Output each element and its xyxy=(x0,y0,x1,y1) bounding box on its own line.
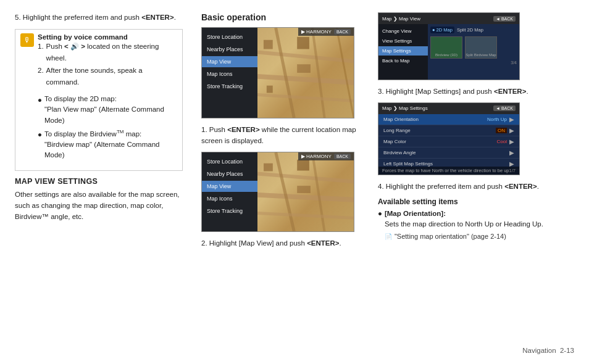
basic-op-title: Basic operation xyxy=(201,12,366,22)
view-settings: View Settings xyxy=(378,36,428,46)
menu-store-tracking: Store Tracking xyxy=(202,81,257,92)
map-settings-active: Map Settings xyxy=(378,46,428,56)
split-birdview-thumb: Split Birdview Map xyxy=(465,36,497,59)
svg-line-3 xyxy=(312,28,325,118)
svg-line-10 xyxy=(257,173,354,181)
footer: Navigation 2-13 xyxy=(522,347,574,354)
nav-menu-2: Store Location Nearby Places Map View Ma… xyxy=(202,152,257,231)
voice-bullets: ● To display the 2D map:"Plan View map" … xyxy=(38,94,177,160)
step-4-enter: <ENTER> xyxy=(504,183,537,190)
bullet-2: ● To display the BirdviewTM map:"Birdvie… xyxy=(38,128,177,161)
back-button-2[interactable]: BACK xyxy=(334,154,351,159)
avail-item-detail: Sets the map direction to North Up or He… xyxy=(385,220,543,228)
svg-line-12 xyxy=(276,152,294,231)
menu-nearby-places-2: Nearby Places xyxy=(202,168,257,180)
settings-row-long-range: Long Range ON ▶ xyxy=(378,125,519,136)
menu-map-icons-2: Map Icons xyxy=(202,193,257,204)
thumbnail-row: Birdview (3D) Split Birdview Map xyxy=(430,36,517,59)
right-content-1: Change View View Settings Map Settings B… xyxy=(378,24,519,80)
step-3-enter: <ENTER> xyxy=(494,88,526,95)
change-view: Change View xyxy=(378,27,428,36)
svg-rect-16 xyxy=(297,159,309,170)
step-2-text: 2. Highlight [Map View] and push <ENTER>… xyxy=(201,238,366,249)
svg-line-5 xyxy=(336,28,354,118)
nav-menu-1: Store Location Nearby Places Map View Ma… xyxy=(202,28,257,118)
right-top-bar-1: Map ❯ Map View ◄ BACK xyxy=(378,13,519,24)
right-back-1[interactable]: ◄ BACK xyxy=(493,16,516,22)
nav-map-2: ▶ HARMONY BACK xyxy=(257,152,354,231)
map-view-body: Other settings are also available for th… xyxy=(15,189,183,222)
svg-line-4 xyxy=(257,95,354,101)
avail-item-1: ● [Map Orientation]: Sets the map direct… xyxy=(378,209,574,242)
menu-store-tracking-2: Store Tracking xyxy=(202,205,257,217)
nav-back-bar-2: ▶ HARMONY BACK xyxy=(298,152,354,160)
ref-link: 📄 "Setting map orientation" (page 2-14) xyxy=(385,231,543,242)
menu-store-location-2: Store Location xyxy=(202,156,257,167)
ref-text: "Setting map orientation" (page 2-14) xyxy=(395,231,506,242)
menu-store-location: Store Location xyxy=(202,31,257,43)
svg-line-2 xyxy=(276,28,294,118)
right-title-1: Map ❯ Map View xyxy=(382,16,420,22)
step-2-enter: <ENTER> xyxy=(307,239,339,247)
step-4-text: 4. Highlight the preferred item and push… xyxy=(378,181,574,192)
settings-row-map-color: Map Color Cool ▶ xyxy=(378,136,519,147)
right-top-bar-2: Map ❯ Map Settings ◄ BACK xyxy=(378,103,519,114)
menu-map-view-active-2: Map View xyxy=(202,181,257,192)
svg-line-0 xyxy=(257,52,354,61)
voice-content: Setting by voice command 1. Push < 🔊 > l… xyxy=(38,33,177,167)
ref-icon: 📄 xyxy=(385,232,392,242)
step-5-num: 5. xyxy=(15,14,21,21)
view-options: ● 2D Map Split 2D Map Birdview (3D) Spli… xyxy=(428,24,519,80)
svg-rect-9 xyxy=(267,86,273,93)
option-2d-map: ● 2D Map Split 2D Map xyxy=(430,27,517,33)
settings-hint: Forces the map to have North or the vehi… xyxy=(378,167,519,175)
settings-row-birdview-angle: Birdview Angle ▶ xyxy=(378,147,519,159)
settings-row-orientation: Map Orientation North Up ▶ xyxy=(378,114,519,125)
back-to-map: Back to Map xyxy=(378,56,428,65)
footer-label: Navigation xyxy=(522,347,556,354)
right-screenshot-2: Map ❯ Map Settings ◄ BACK Map Orientatio… xyxy=(378,102,520,175)
right-screenshot-1: Map ❯ Map View ◄ BACK Change View View S… xyxy=(378,12,520,80)
voice-step-2: 2. After the tone sounds, speak a comman… xyxy=(38,65,177,88)
right-menu-1: Change View View Settings Map Settings B… xyxy=(378,24,428,80)
step-3-text: 3. Highlight [Map Settings] and push <EN… xyxy=(378,86,574,97)
voice-step-1: 1. Push < 🔊 > located on the steering wh… xyxy=(38,41,177,64)
svg-rect-17 xyxy=(297,186,311,193)
svg-rect-6 xyxy=(264,40,273,49)
footer-page: 2-13 xyxy=(560,347,574,354)
voice-command-box: 🎙 Setting by voice command 1. Push < 🔊 >… xyxy=(15,29,183,171)
menu-map-view-active: Map View xyxy=(202,56,257,67)
voice-steps: 1. Push < 🔊 > located on the steering wh… xyxy=(38,41,177,88)
step-5-text: 5. Highlight the preferred item and push… xyxy=(15,12,183,23)
right-title-2: Map ❯ Map Settings xyxy=(382,105,428,111)
left-column: 5. Highlight the preferred item and push… xyxy=(15,12,194,352)
step-1-text: 1. Push <ENTER> while the current locati… xyxy=(201,125,366,147)
map-view-title: MAP VIEW SETTINGS xyxy=(15,177,183,186)
right-column: Map ❯ Map View ◄ BACK Change View View S… xyxy=(373,12,574,352)
menu-nearby-places: Nearby Places xyxy=(202,44,257,55)
nav-screenshot-1: Store Location Nearby Places Map View Ma… xyxy=(201,27,354,118)
nav-back-bar-1: ▶ HARMONY BACK xyxy=(298,28,354,36)
svg-rect-8 xyxy=(297,64,311,73)
svg-line-11 xyxy=(257,195,354,200)
bullet-1: ● To display the 2D map:"Plan View map" … xyxy=(38,94,177,126)
step-1-enter: <ENTER> xyxy=(227,126,259,133)
back-button-1[interactable]: BACK xyxy=(334,29,351,35)
page-1: 3/4 xyxy=(430,60,517,65)
svg-rect-15 xyxy=(264,163,273,171)
settings-menu: Map Orientation North Up ▶ Long Range ON… xyxy=(378,114,519,170)
menu-map-icons: Map Icons xyxy=(202,68,257,80)
svg-line-1 xyxy=(257,77,354,83)
step-5-enter: <ENTER> xyxy=(141,14,173,21)
voice-icon: 🎙 xyxy=(20,33,34,47)
avail-title: Available setting items xyxy=(378,197,574,206)
right-back-2[interactable]: ◄ BACK xyxy=(493,105,516,111)
middle-column: Basic operation Store Location Nearby Pl… xyxy=(194,12,373,352)
avail-item-label: [Map Orientation]: xyxy=(385,210,446,217)
svg-line-13 xyxy=(312,152,325,231)
nav-screenshot-2: Store Location Nearby Places Map View Ma… xyxy=(201,152,354,232)
voice-title: Setting by voice command xyxy=(38,33,177,41)
nav-map-1: ▶ HARMONY BACK xyxy=(257,28,354,118)
birdview-thumb: Birdview (3D) xyxy=(430,36,462,59)
svg-rect-7 xyxy=(297,37,309,49)
